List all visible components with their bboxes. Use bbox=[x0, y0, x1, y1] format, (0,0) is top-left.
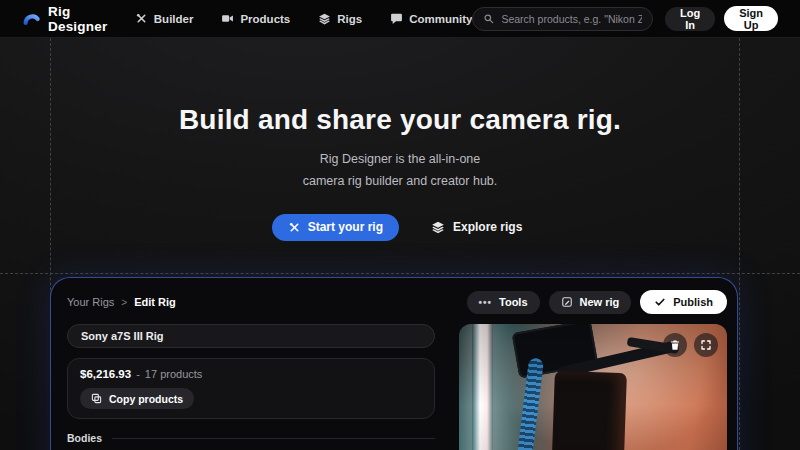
check-icon bbox=[654, 296, 666, 308]
explore-rigs-button[interactable]: Explore rigs bbox=[425, 214, 528, 241]
tools-icon bbox=[288, 221, 301, 234]
hero-cta-row: Start your rig Explore rigs bbox=[0, 214, 800, 241]
layers-icon bbox=[318, 12, 331, 25]
nav-item-products[interactable]: Products bbox=[221, 12, 290, 25]
editor-body: $6,216.93 - 17 products Copy products Bo… bbox=[67, 324, 727, 450]
rig-editor-card: Your Rigs > Edit Rig ••• Tools New rig P… bbox=[50, 277, 738, 450]
search-box[interactable] bbox=[472, 7, 653, 31]
photo-delete-button[interactable] bbox=[663, 333, 687, 357]
editor-left-column: $6,216.93 - 17 products Copy products Bo… bbox=[67, 324, 435, 450]
rig-name-input[interactable] bbox=[67, 324, 435, 348]
publish-label: Publish bbox=[673, 296, 713, 308]
bodies-section-header: Bodies bbox=[67, 432, 435, 444]
breadcrumb-your-rigs[interactable]: Your Rigs bbox=[67, 296, 114, 308]
rig-summary-panel: $6,216.93 - 17 products Copy products bbox=[67, 358, 435, 419]
photo-actions bbox=[663, 333, 718, 357]
expand-icon bbox=[700, 339, 712, 351]
photo-expand-button[interactable] bbox=[694, 333, 718, 357]
explore-rigs-label: Explore rigs bbox=[453, 220, 522, 234]
new-rig-label: New rig bbox=[580, 296, 620, 308]
brand-name: Rig Designer bbox=[48, 4, 109, 34]
nav-label: Rigs bbox=[337, 13, 362, 25]
hero-subtitle: Rig Designer is the all-in-one camera ri… bbox=[0, 149, 800, 193]
breadcrumb: Your Rigs > Edit Rig bbox=[67, 296, 176, 308]
main-nav: Builder Products Rigs Community bbox=[135, 12, 473, 25]
price-separator: - bbox=[136, 368, 140, 380]
nav-item-rigs[interactable]: Rigs bbox=[318, 12, 362, 25]
product-count: 17 products bbox=[145, 368, 202, 380]
auth-buttons: Log In Sign Up bbox=[665, 6, 778, 31]
rig-photo: SmallRig bbox=[459, 324, 727, 450]
nav-label: Builder bbox=[154, 13, 194, 25]
nav-label: Products bbox=[240, 13, 290, 25]
hero-title: Build and share your camera rig. bbox=[0, 104, 800, 136]
publish-button[interactable]: Publish bbox=[640, 290, 727, 314]
trash-icon bbox=[669, 339, 681, 351]
hero-section: Build and share your camera rig. Rig Des… bbox=[0, 38, 800, 241]
chat-icon bbox=[390, 12, 403, 25]
nav-item-builder[interactable]: Builder bbox=[135, 12, 194, 25]
top-navbar: Rig Designer Builder Products Rigs Commu… bbox=[0, 0, 800, 38]
nav-item-community[interactable]: Community bbox=[390, 12, 472, 25]
start-your-rig-button[interactable]: Start your rig bbox=[272, 214, 399, 241]
video-camera-icon bbox=[221, 12, 234, 25]
login-button[interactable]: Log In bbox=[665, 7, 715, 31]
copy-products-button[interactable]: Copy products bbox=[80, 388, 194, 409]
copy-icon bbox=[91, 393, 102, 404]
tools-icon bbox=[135, 12, 148, 25]
editor-actions: ••• Tools New rig Publish bbox=[467, 290, 728, 314]
price-line: $6,216.93 - 17 products bbox=[80, 368, 422, 380]
ellipsis-icon: ••• bbox=[479, 297, 493, 308]
search-input[interactable] bbox=[501, 13, 642, 25]
new-rig-button[interactable]: New rig bbox=[549, 291, 632, 314]
editor-header: Your Rigs > Edit Rig ••• Tools New rig P… bbox=[67, 290, 727, 314]
signup-button[interactable]: Sign Up bbox=[724, 6, 778, 31]
start-your-rig-label: Start your rig bbox=[308, 220, 383, 234]
copy-products-label: Copy products bbox=[109, 393, 183, 405]
search-icon bbox=[483, 13, 494, 24]
tools-button[interactable]: ••• Tools bbox=[467, 291, 540, 314]
rig-designer-logo-icon bbox=[22, 9, 41, 28]
breadcrumb-edit-rig: Edit Rig bbox=[134, 296, 176, 308]
brand-logo[interactable]: Rig Designer bbox=[22, 4, 109, 34]
edit-pencil-icon bbox=[561, 296, 573, 308]
breadcrumb-separator: > bbox=[121, 297, 127, 308]
tools-label: Tools bbox=[499, 296, 528, 308]
horizontal-guide bbox=[0, 273, 800, 274]
section-divider bbox=[112, 438, 435, 439]
nav-label: Community bbox=[409, 13, 472, 25]
total-price: $6,216.93 bbox=[80, 368, 131, 380]
bodies-section-title: Bodies bbox=[67, 432, 102, 444]
hero-subtitle-line1: Rig Designer is the all-in-one bbox=[320, 152, 481, 166]
layers-icon bbox=[431, 220, 445, 234]
hero-subtitle-line2: camera rig builder and creator hub. bbox=[303, 174, 498, 188]
